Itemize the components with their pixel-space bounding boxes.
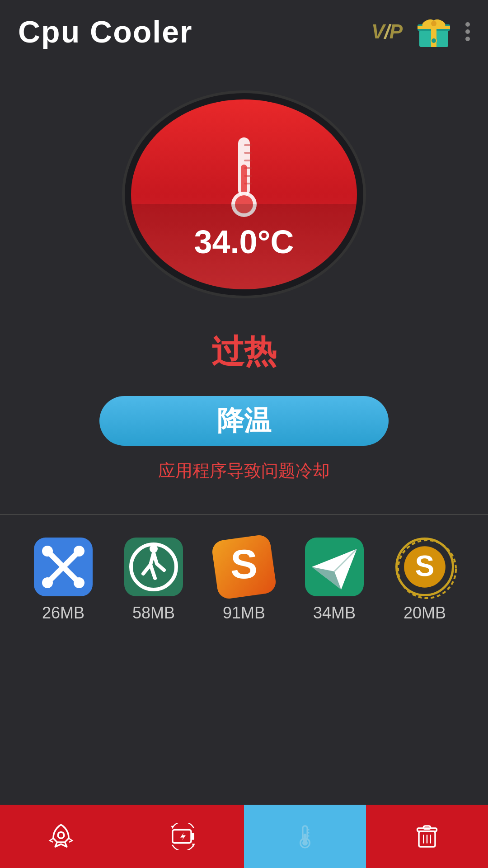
app2-icon [124, 538, 183, 596]
gift-button[interactable] [416, 14, 452, 50]
thermometer-nav-icon [289, 821, 321, 852]
svg-rect-35 [191, 833, 194, 840]
app4-icon [305, 538, 364, 596]
cool-button[interactable]: 降温 [99, 396, 389, 446]
list-item[interactable]: 26MB [34, 538, 93, 623]
svg-point-7 [431, 38, 436, 43]
app-size-4: 34MB [313, 604, 356, 623]
svg-rect-9 [244, 144, 252, 146]
app-title: Cpu Cooler [18, 14, 192, 49]
sub-status-text: 应用程序导致问题冷却 [158, 459, 330, 482]
overheat-status: 过热 [211, 330, 277, 373]
nav-item-clean[interactable] [366, 805, 488, 868]
app-icon-2 [124, 538, 183, 596]
vip-p: P [389, 20, 402, 42]
app-icon-5: S [395, 538, 454, 596]
trash-icon [411, 821, 443, 852]
svg-point-41 [302, 840, 308, 846]
nav-item-battery[interactable] [122, 805, 244, 868]
gift-icon [416, 14, 452, 50]
svg-rect-3 [418, 26, 450, 29]
main-content: 34.0°C 过热 降温 应用程序导致问题冷却 26M [0, 59, 488, 645]
svg-point-17 [235, 195, 253, 213]
app-list: 26MB 58MB S 91MB [0, 515, 488, 645]
bottom-navigation [0, 805, 488, 868]
svg-point-33 [58, 832, 64, 839]
svg-point-23 [42, 577, 53, 588]
header: Cpu Cooler V/P [0, 0, 488, 59]
svg-rect-39 [304, 834, 307, 840]
more-menu-button[interactable] [465, 18, 470, 45]
battery-icon [167, 821, 199, 852]
list-item[interactable]: 58MB [124, 538, 183, 623]
svg-text:S: S [230, 542, 258, 587]
svg-point-21 [74, 577, 84, 588]
vip-slash-icon: / [384, 20, 389, 42]
app-icon-3: S [211, 534, 277, 600]
svg-point-20 [42, 546, 53, 557]
app3-icon: S [215, 538, 273, 596]
temp-oval-outer: 34.0°C [122, 90, 366, 298]
list-item[interactable]: 34MB [305, 538, 364, 623]
app-size-3: 91MB [223, 604, 265, 623]
nav-item-boost[interactable] [0, 805, 122, 868]
svg-marker-36 [171, 826, 174, 829]
app1-icon [34, 538, 93, 596]
app5-ring-icon [395, 538, 459, 601]
svg-rect-10 [244, 152, 252, 154]
app-size-1: 26MB [42, 604, 84, 623]
app-size-2: 58MB [132, 604, 175, 623]
temp-oval-inner: 34.0°C [131, 99, 357, 289]
temperature-display[interactable]: 34.0°C [117, 86, 371, 303]
svg-point-6 [431, 21, 436, 26]
app-icon-1 [34, 538, 93, 596]
vip-v: V [371, 20, 384, 42]
temperature-value: 34.0°C [194, 223, 294, 260]
svg-point-22 [74, 546, 84, 557]
vip-badge[interactable]: V/P [371, 20, 402, 43]
svg-rect-11 [244, 160, 252, 161]
header-actions: V/P [371, 14, 470, 50]
list-item[interactable]: S 20MB [395, 538, 454, 623]
svg-point-30 [398, 540, 456, 598]
list-item[interactable]: S 91MB [215, 538, 273, 623]
nav-item-cooler[interactable] [244, 805, 366, 868]
app-icon-4 [305, 538, 364, 596]
app-size-5: 20MB [404, 604, 446, 623]
thermometer-icon [219, 128, 269, 228]
rocket-icon [45, 821, 77, 852]
svg-rect-47 [423, 826, 430, 829]
